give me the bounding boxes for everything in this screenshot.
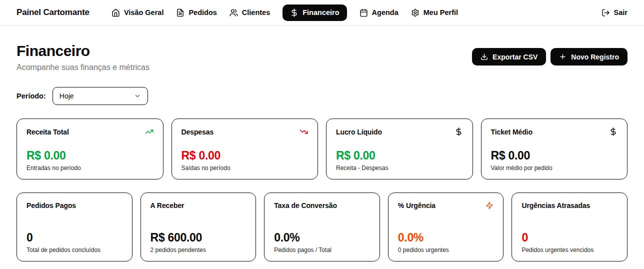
trending-down-icon xyxy=(300,128,308,136)
period-label: Período: xyxy=(16,92,46,100)
dollar-icon xyxy=(609,128,618,136)
trending-up-icon xyxy=(145,128,154,136)
users-icon xyxy=(230,8,238,17)
metric-card-percent-urgencia: % Urgência 0.0% 0 pedidos urgentes xyxy=(388,192,504,262)
new-record-button[interactable]: Novo Registro xyxy=(550,48,628,66)
nav-label: Clientes xyxy=(242,8,270,16)
metric-card-receita-total: Receita Total R$ 0.00 Entradas no períod… xyxy=(16,118,164,180)
card-title: A Receber xyxy=(150,202,184,210)
metric-card-lucro-liquido: Lucro Líquido R$ 0.00 Receita - Despesas xyxy=(326,118,473,180)
gear-icon xyxy=(411,8,420,17)
metrics-row-1: Receita Total R$ 0.00 Entradas no períod… xyxy=(16,118,628,180)
card-title: % Urgência xyxy=(398,202,436,210)
metric-card-a-receber: A Receber R$ 600.00 2 pedidos pendentes xyxy=(140,192,256,262)
metric-card-urgencias-atrasadas: Urgências Atrasadas 0 Pedidos urgentes v… xyxy=(512,192,628,262)
card-sublabel: Pedidos urgentes vencidos xyxy=(522,246,618,254)
nav-item-pedidos[interactable]: Pedidos xyxy=(176,8,216,17)
nav-label: Financeiro xyxy=(302,8,339,16)
card-sublabel: Pedidos pagos / Total xyxy=(274,246,370,254)
nav-item-visao-geral[interactable]: Visão Geral xyxy=(112,8,164,17)
card-sublabel: Total de pedidos concluídos xyxy=(26,246,122,254)
card-sublabel: Valor médio por pedido xyxy=(491,164,618,172)
logout-label: Sair xyxy=(614,8,628,16)
dollar-icon xyxy=(290,8,298,17)
nav-item-financeiro[interactable]: Financeiro xyxy=(282,4,346,21)
chevron-down-icon xyxy=(134,92,141,100)
card-value: R$ 0.00 xyxy=(336,150,463,162)
top-nav-bar: Painel Cartomante Visão Geral Pedidos Cl… xyxy=(0,0,644,26)
metric-card-ticket-medio: Ticket Médio R$ 0.00 Valor médio por ped… xyxy=(481,118,628,180)
card-value: R$ 0.00 xyxy=(26,150,154,162)
metrics-row-2: Pedidos Pagos 0 Total de pedidos concluí… xyxy=(16,192,628,262)
new-record-label: Novo Registro xyxy=(571,53,619,61)
card-value: 0.0% xyxy=(274,232,370,244)
calendar-icon xyxy=(360,8,368,17)
card-value: R$ 0.00 xyxy=(491,150,618,162)
period-select[interactable]: Hoje xyxy=(52,87,148,105)
card-title: Despesas xyxy=(182,128,214,136)
page-title: Financeiro xyxy=(16,42,150,60)
plus-icon xyxy=(559,53,566,60)
card-title: Receita Total xyxy=(26,128,69,136)
nav-label: Visão Geral xyxy=(124,8,164,16)
file-text-icon xyxy=(176,8,184,17)
card-value: 0 xyxy=(26,232,122,244)
card-sublabel: Entradas no período xyxy=(26,164,154,172)
card-title: Pedidos Pagos xyxy=(26,202,76,210)
card-title: Lucro Líquido xyxy=(336,128,382,136)
logout-button[interactable]: Sair xyxy=(602,8,628,17)
card-value: 0 xyxy=(522,232,618,244)
card-title: Urgências Atrasadas xyxy=(522,202,590,210)
header-actions: Exportar CSV Novo Registro xyxy=(472,48,628,66)
metric-card-despesas: Despesas R$ 0.00 Saídas no período xyxy=(172,118,318,180)
nav-item-agenda[interactable]: Agenda xyxy=(360,8,398,17)
app-brand: Painel Cartomante xyxy=(16,8,90,18)
home-icon xyxy=(112,8,120,17)
period-selected-value: Hoje xyxy=(60,92,74,100)
nav-label: Meu Perfil xyxy=(424,8,458,16)
main-nav: Visão Geral Pedidos Clientes Financeiro … xyxy=(112,4,458,21)
card-sublabel: Saídas no período xyxy=(182,164,308,172)
metric-card-pedidos-pagos: Pedidos Pagos 0 Total de pedidos concluí… xyxy=(16,192,132,262)
card-value: R$ 600.00 xyxy=(150,232,246,244)
card-value: R$ 0.00 xyxy=(182,150,308,162)
nav-label: Pedidos xyxy=(188,8,216,16)
nav-item-clientes[interactable]: Clientes xyxy=(230,8,270,17)
dollar-icon xyxy=(454,128,463,136)
period-filter-row: Período: Hoje xyxy=(16,87,628,105)
card-sublabel: Receita - Despesas xyxy=(336,164,463,172)
export-csv-label: Exportar CSV xyxy=(492,53,538,61)
page-subtitle: Acompanhe suas finanças e métricas xyxy=(16,63,150,72)
card-value: 0.0% xyxy=(398,232,494,244)
card-sublabel: 2 pedidos pendentes xyxy=(150,246,246,254)
nav-label: Agenda xyxy=(372,8,398,16)
metric-card-taxa-conversao: Taxa de Conversão 0.0% Pedidos pagos / T… xyxy=(264,192,380,262)
card-title: Ticket Médio xyxy=(491,128,532,136)
page-header: Financeiro Acompanhe suas finanças e mét… xyxy=(16,42,628,72)
logout-icon xyxy=(602,8,610,17)
export-csv-button[interactable]: Exportar CSV xyxy=(472,48,546,66)
zap-icon xyxy=(486,202,494,210)
download-icon xyxy=(480,53,488,60)
nav-item-meu-perfil[interactable]: Meu Perfil xyxy=(411,8,458,17)
card-sublabel: 0 pedidos urgentes xyxy=(398,246,494,254)
card-title: Taxa de Conversão xyxy=(274,202,337,210)
financeiro-page: Financeiro Acompanhe suas finanças e mét… xyxy=(0,42,644,262)
